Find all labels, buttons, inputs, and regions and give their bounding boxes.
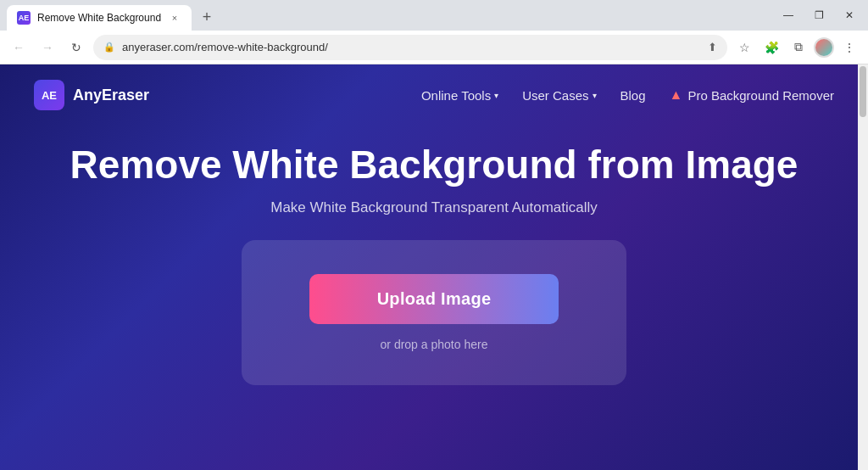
hero-section: Remove White Background from Image Make … [0, 126, 868, 470]
drop-text: or drop a photo here [381, 338, 488, 351]
browser-tab-active[interactable]: AE Remove White Background × [7, 5, 192, 31]
user-cases-nav-item[interactable]: User Cases ▾ [522, 88, 596, 103]
upload-image-button[interactable]: Upload Image [309, 274, 559, 324]
navigation-bar: ← → ↻ 🔒 anyeraser.com/remove-white-backg… [0, 31, 868, 64]
url-text: anyeraser.com/remove-white-background/ [122, 41, 701, 53]
user-cases-chevron-icon: ▾ [593, 91, 597, 100]
logo-area[interactable]: AE AnyEraser [34, 80, 149, 110]
nav-action-buttons: ☆ 🧩 ⧉ ⋮ [732, 36, 861, 59]
online-tools-nav-item[interactable]: Online Tools ▾ [421, 88, 498, 103]
new-tab-button[interactable]: + [195, 5, 219, 29]
forward-button[interactable]: → [36, 36, 59, 59]
browser-window: AE Remove White Background × + — ❐ ✕ [0, 0, 868, 470]
website-content: AE AnyEraser Online Tools ▾ User Cases ▾… [0, 64, 868, 470]
window-controls: — ❐ ✕ [776, 3, 861, 27]
profile-avatar[interactable] [814, 37, 834, 58]
tab-favicon: AE [17, 11, 31, 25]
tab-close-button[interactable]: × [168, 11, 181, 25]
logo-icon: AE [34, 80, 64, 110]
online-tools-chevron-icon: ▾ [494, 91, 498, 100]
tab-bar: AE Remove White Background × + [7, 0, 770, 31]
close-button[interactable]: ✕ [837, 3, 861, 27]
bookmark-button[interactable]: ☆ [732, 36, 756, 59]
scrollbar-track[interactable] [858, 64, 868, 470]
hero-title: Remove White Background from Image [70, 143, 798, 187]
blog-nav-item[interactable]: Blog [620, 88, 646, 103]
menu-button[interactable]: ⋮ [837, 36, 861, 59]
split-view-button[interactable]: ⧉ [787, 36, 810, 59]
minimize-button[interactable]: — [776, 3, 800, 27]
title-bar: AE Remove White Background × + — ❐ ✕ [0, 0, 868, 31]
scrollbar-thumb[interactable] [860, 66, 866, 117]
address-bar[interactable]: 🔒 anyeraser.com/remove-white-background/… [93, 35, 727, 60]
tab-title: Remove White Background [37, 12, 161, 24]
upload-box: Upload Image or drop a photo here [242, 240, 627, 385]
back-button[interactable]: ← [7, 36, 31, 59]
site-nav-links: Online Tools ▾ User Cases ▾ Blog ▲ Pro B… [421, 87, 834, 103]
share-icon: ⬆ [708, 41, 717, 53]
pro-icon: ▲ [670, 87, 683, 103]
pro-background-remover-button[interactable]: ▲ Pro Background Remover [670, 87, 834, 103]
lock-icon: 🔒 [103, 42, 115, 53]
extensions-button[interactable]: 🧩 [760, 36, 783, 59]
maximize-button[interactable]: ❐ [807, 3, 831, 27]
hero-subtitle: Make White Background Transparent Automa… [270, 199, 598, 216]
logo-text: AnyEraser [73, 87, 149, 104]
site-navigation: AE AnyEraser Online Tools ▾ User Cases ▾… [0, 64, 868, 126]
refresh-button[interactable]: ↻ [64, 36, 88, 59]
